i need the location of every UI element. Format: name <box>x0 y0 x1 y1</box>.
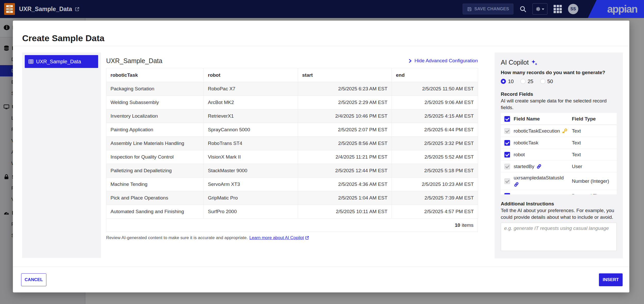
field-checkbox <box>504 164 510 169</box>
hide-advanced-configuration-link[interactable]: Hide Advanced Configuration <box>409 58 478 64</box>
grid-cell: 2/5/2025 4:36 AM EST <box>298 178 392 191</box>
record-count-question: How many records do you want to generate… <box>501 70 617 75</box>
grid-cell: 2/4/2025 10:46 PM EST <box>298 109 392 123</box>
grid-row: Inspection for Quality ControlVisionX Ma… <box>106 150 478 164</box>
record-heading: UXR_Sample_Data <box>106 57 162 65</box>
grid-cell: RoboTrans ST4 <box>204 137 298 150</box>
primary-key-icon: P <box>562 128 567 134</box>
record-count-option-25[interactable]: 25 <box>520 79 533 84</box>
grid-row: Automated Sanding and FinishingSurfPro 2… <box>106 205 478 219</box>
field-checkbox[interactable] <box>504 116 510 122</box>
field-name: robot <box>514 152 569 158</box>
grid-cell: 2/5/2025 1:04 AM EST <box>298 191 392 205</box>
save-changes-button[interactable]: SAVE CHANGES <box>463 4 513 14</box>
grid-header-row: roboticTaskrobotstartend <box>106 68 478 82</box>
field-row: robotText <box>501 149 617 160</box>
svg-text:P: P <box>562 131 564 134</box>
field-checkbox[interactable] <box>504 193 510 195</box>
grid-cell: Painting Application <box>106 123 204 137</box>
field-checkbox[interactable] <box>504 152 510 158</box>
grid-cell: 2/5/2025 3:32 PM EST <box>392 137 478 150</box>
grid-cell: StackMaster 9000 <box>204 164 298 178</box>
grid-column-header: roboticTask <box>106 68 204 82</box>
field-row: startDate and Time <box>501 190 617 194</box>
open-in-new-tab-icon[interactable] <box>75 7 80 12</box>
grid-body: Packaging SortationRoboPac X72/5/2025 6:… <box>106 82 478 219</box>
sample-data-grid: roboticTaskrobotstartend Packaging Sorta… <box>106 68 478 219</box>
app-grid-icon[interactable] <box>554 5 562 13</box>
grid-row: Assembly Line Materials HandlingRoboTran… <box>106 137 478 150</box>
record-count-label: 50 <box>547 79 553 84</box>
field-type: Date and Time <box>572 193 613 194</box>
field-type: Text <box>572 140 613 146</box>
grid-cell: 2/5/2025 2:29 AM EST <box>298 96 392 109</box>
field-row: roboticTaskExecutionPText <box>501 125 617 137</box>
field-checkbox[interactable] <box>504 140 510 146</box>
search-icon[interactable] <box>520 6 526 12</box>
grid-cell: 2/5/2025 5:18 PM EST <box>392 164 478 178</box>
grid-cell: GripMatic Pro <box>204 191 298 205</box>
additional-instructions-desc: Tell the AI about your preferences. For … <box>501 207 617 221</box>
field-name: start <box>514 193 569 195</box>
learn-more-link[interactable]: Learn more about AI Copilot <box>249 235 309 240</box>
chevron-right-icon <box>409 59 412 63</box>
settings-menu-button[interactable] <box>532 3 547 15</box>
sparkles-icon <box>531 59 538 66</box>
modal-footer-divider <box>13 267 629 267</box>
additional-instructions-title: Additional Instructions <box>501 201 617 207</box>
hide-advanced-configuration-label: Hide Advanced Configuration <box>414 58 478 64</box>
grid-cell: ArcBot MK2 <box>204 96 298 109</box>
avatar[interactable]: SS <box>568 4 578 14</box>
grid-cell: 2/5/2025 6:44 PM EST <box>392 123 478 137</box>
save-changes-label: SAVE CHANGES <box>474 6 509 12</box>
record-count-option-10[interactable]: 10 <box>501 79 514 84</box>
grid-cell: RoboPac X7 <box>204 82 298 96</box>
record-fields-title: Record Fields <box>501 91 617 97</box>
record-count-option-50[interactable]: 50 <box>540 79 553 84</box>
link-icon <box>536 164 542 169</box>
radio-icon[interactable] <box>501 79 506 84</box>
appian-logo: appian <box>607 3 637 15</box>
record-count-radios: 102550 <box>501 78 617 85</box>
additional-instructions-input[interactable] <box>501 223 617 251</box>
nav-item-label: UXR_Sample_Data <box>36 59 81 65</box>
grid-cell: Packaging Sortation <box>106 82 204 96</box>
grid-cell: RetrieverX1 <box>204 109 298 123</box>
field-name: uxrsampledataStatusId <box>514 175 569 187</box>
radio-icon[interactable] <box>540 79 545 84</box>
field-name: roboticTask <box>514 140 569 146</box>
app-title: UXR_Sample_Data <box>19 6 72 13</box>
grid-cell: 2/5/2025 8:56 AM EST <box>298 137 392 150</box>
grid-cell: Palletizing and Depalletizing <box>106 164 204 178</box>
floppy-icon <box>467 7 472 12</box>
fields-header-row: Field NameField Type <box>501 113 617 125</box>
insert-button[interactable]: INSERT <box>599 273 623 286</box>
field-type: Text <box>572 128 613 134</box>
chevron-down-icon <box>542 8 544 11</box>
grid-cell: Machine Tending <box>106 178 204 191</box>
grid-footer: 10 items <box>106 219 478 232</box>
grid-cell: SurfPro 2000 <box>204 205 298 219</box>
link-icon <box>514 182 519 187</box>
field-checkbox <box>504 178 510 184</box>
grid-cell: 2/5/2025 12:44 PM EST <box>298 164 392 178</box>
field-type: User <box>572 163 613 170</box>
modal-record-nav: UXR_Sample_Data <box>22 53 101 258</box>
grid-cell: Inspection for Quality Control <box>106 150 204 164</box>
topbar: UXR_Sample_Data SAVE CHANGES <box>0 0 644 18</box>
ai-copilot-title: AI Copilot <box>501 59 529 66</box>
modal-header-divider <box>13 46 629 46</box>
record-count-label: 10 <box>508 79 514 84</box>
grid-items-label: items <box>462 222 473 228</box>
grid-cell: 2/5/2025 4:15 AM EST <box>392 109 478 123</box>
field-type: Number (Integer) <box>572 178 613 184</box>
cancel-button[interactable]: CANCEL <box>21 273 46 286</box>
grid-cell: Welding Subassembly <box>106 96 204 109</box>
table-icon <box>28 59 33 64</box>
fields-list[interactable]: Field NameField TyperoboticTaskExecution… <box>501 113 617 194</box>
radio-icon[interactable] <box>520 79 526 84</box>
learn-more-label: Learn more about AI Copilot <box>249 235 304 240</box>
grid-cell: ServoArm XT3 <box>204 178 298 191</box>
nav-item-uxr-sample-data[interactable]: UXR_Sample_Data <box>25 55 98 68</box>
field-type: Text <box>572 151 613 158</box>
